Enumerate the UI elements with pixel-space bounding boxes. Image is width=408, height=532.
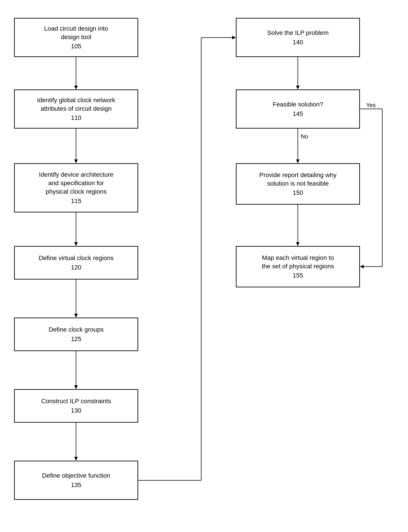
svg-marker-1	[74, 86, 78, 89]
box140: Solve the ILP problem140	[236, 18, 360, 57]
svg-marker-9	[74, 385, 78, 389]
svg-marker-19	[296, 159, 300, 163]
svg-marker-25	[360, 265, 364, 268]
svg-marker-17	[296, 86, 300, 89]
box115: Identify device architectureand specific…	[14, 163, 138, 213]
svg-marker-21	[296, 242, 300, 246]
box110: Identify global clock networkattributes …	[14, 89, 138, 129]
svg-marker-7	[74, 314, 78, 317]
box150: Provide report detailing whysolution is …	[236, 163, 360, 205]
box120: Define virtual clock regions120	[14, 246, 138, 280]
box105: Load circuit design intodesign tool105	[14, 18, 138, 57]
diagram-container: Yes No Load circuit design intodesign to…	[0, 0, 408, 532]
svg-marker-3	[74, 159, 78, 163]
no-label: No	[301, 133, 308, 140]
yes-label: Yes	[366, 102, 376, 109]
svg-marker-5	[74, 242, 78, 246]
box125: Define clock groups125	[14, 317, 138, 351]
svg-marker-11	[74, 457, 78, 461]
box155: Map each virtual region tothe set of phy…	[236, 246, 360, 287]
box135: Define objective function135	[14, 461, 138, 500]
box130: Construct ILP constraints130	[14, 389, 138, 423]
box145: Feasible solution?145	[236, 89, 360, 129]
svg-marker-15	[232, 36, 236, 39]
